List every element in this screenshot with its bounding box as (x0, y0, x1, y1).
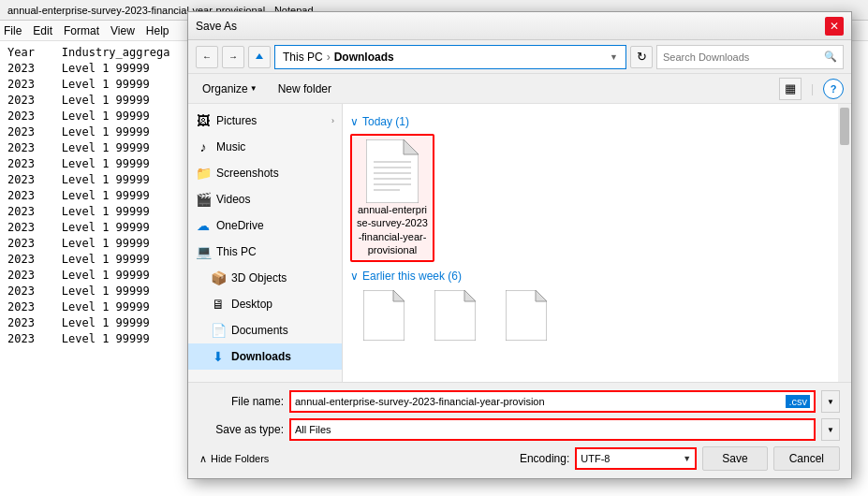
menu-help[interactable]: Help (146, 24, 169, 37)
filename-label: File name: (199, 395, 284, 408)
dialog-close-button[interactable]: ✕ (825, 17, 844, 36)
menu-view[interactable]: View (110, 24, 135, 37)
nav-item-downloads[interactable]: ⬇ Downloads (188, 343, 342, 370)
savetype-value: All Files (295, 424, 810, 435)
desktop-icon: 🖥 (211, 297, 226, 312)
encoding-value: UTF-8 (581, 453, 610, 464)
new-folder-button[interactable]: New folder (272, 78, 338, 100)
menu-edit[interactable]: Edit (33, 24, 52, 37)
file-item-earlier-3[interactable] (493, 288, 560, 343)
nav-item-onedrive[interactable]: ☁ OneDrive (188, 212, 342, 239)
files-scrollbar[interactable] (838, 104, 851, 382)
search-input[interactable] (663, 51, 820, 63)
dialog-title: Save As (196, 20, 237, 33)
dialog-main: 🖼 Pictures › ♪ Music 📁 Screenshots 🎬 Vid… (188, 104, 851, 382)
hide-folders-arrow-icon: ∧ (199, 453, 207, 465)
nav-item-thispc[interactable]: 💻 This PC (188, 239, 342, 265)
file-icon-earlier-1 (363, 290, 405, 341)
filename-dropdown-button[interactable]: ▼ (821, 390, 840, 413)
view-toggle-button[interactable]: ▦ (779, 78, 802, 100)
earlier-chevron-icon: ∨ (350, 270, 359, 283)
cancel-button[interactable]: Cancel (773, 446, 840, 471)
nav-label-thispc: This PC (216, 245, 257, 258)
svg-marker-14 (536, 290, 547, 301)
savetype-select[interactable]: All Files (289, 418, 816, 441)
file-icon-today (366, 139, 419, 203)
dialog-titlebar: Save As ✕ (188, 12, 851, 40)
organize-button[interactable]: Organize ▼ (196, 78, 264, 100)
refresh-button[interactable]: ↻ (630, 46, 653, 68)
screenshots-icon: 📁 (196, 166, 211, 181)
savetype-label: Save as type: (199, 423, 284, 436)
nav-forward-button[interactable]: → (222, 46, 244, 68)
nav-label-downloads: Downloads (231, 350, 291, 363)
today-group-header: ∨ Today (1) (350, 115, 836, 128)
nav-label-onedrive: OneDrive (216, 219, 264, 232)
documents-icon: 📄 (211, 323, 226, 338)
svg-marker-10 (393, 290, 405, 301)
nav-back-button[interactable]: ← (196, 46, 218, 68)
encoding-section: Encoding: UTF-8 ▼ Save Cancel (520, 446, 840, 471)
nav-label-pictures: Pictures (216, 114, 257, 127)
dialog-bottom: File name: annual-enterprise-survey-2023… (188, 382, 851, 478)
music-icon: ♪ (196, 139, 211, 154)
today-files: annual-enterprise-survey-2023-financial-… (350, 134, 836, 262)
nav-up-button[interactable] (248, 46, 271, 68)
encoding-select[interactable]: UTF-8 ▼ (575, 447, 697, 470)
dialog-addressbar: ← → This PC › Downloads ▼ ↻ 🔍 (188, 40, 851, 74)
search-bar[interactable]: 🔍 (656, 45, 844, 69)
earlier-label: Earlier this week (6) (362, 270, 462, 283)
file-icon-earlier-2 (434, 290, 476, 341)
nav-label-desktop: Desktop (231, 298, 272, 311)
menu-file[interactable]: File (4, 24, 22, 37)
nav-item-music[interactable]: ♪ Music (188, 134, 342, 160)
dialog-files-pane: ∨ Today (1) (343, 104, 851, 382)
nav-item-documents[interactable]: 📄 Documents (188, 317, 342, 343)
svg-marker-0 (256, 53, 263, 59)
address-arrow: › (327, 51, 331, 64)
nav-label-videos: Videos (216, 193, 250, 206)
nav-item-videos[interactable]: 🎬 Videos (188, 186, 342, 212)
nav-label-music: Music (216, 140, 245, 153)
hide-folders-label: Hide Folders (211, 453, 269, 464)
3dobjects-icon: 📦 (211, 270, 226, 285)
save-button[interactable]: Save (702, 446, 767, 471)
search-icon: 🔍 (824, 51, 837, 63)
menu-format[interactable]: Format (64, 24, 99, 37)
thispc-icon: 💻 (196, 244, 211, 259)
help-button[interactable]: ? (823, 79, 844, 99)
expand-icon: › (331, 116, 334, 125)
svg-marker-2 (404, 139, 419, 154)
address-this-pc: This PC (283, 51, 323, 64)
filename-input-text: annual-enterprise-survey-2023-financial-… (295, 396, 786, 407)
organize-label: Organize (202, 82, 248, 95)
pictures-icon: 🖼 (196, 113, 211, 128)
filename-row: File name: annual-enterprise-survey-2023… (199, 390, 840, 413)
file-item-earlier-1[interactable] (350, 288, 418, 343)
encoding-row: ∧ Hide Folders Encoding: UTF-8 ▼ Save Ca… (199, 446, 840, 471)
nav-label-screenshots: Screenshots (216, 167, 279, 180)
savetype-dropdown-button[interactable]: ▼ (821, 418, 840, 441)
videos-icon: 🎬 (196, 192, 211, 207)
filename-input-wrapper[interactable]: annual-enterprise-survey-2023-financial-… (289, 390, 816, 413)
earlier-group-header: ∨ Earlier this week (6) (350, 270, 836, 283)
nav-label-3dobjects: 3D Objects (231, 271, 287, 284)
encoding-dropdown-icon: ▼ (683, 454, 691, 463)
nav-item-screenshots[interactable]: 📁 Screenshots (188, 160, 342, 186)
svg-marker-12 (464, 290, 476, 301)
address-bar[interactable]: This PC › Downloads ▼ (274, 45, 626, 69)
onedrive-icon: ☁ (196, 218, 211, 233)
file-item-earlier-2[interactable] (421, 288, 489, 343)
dialog-nav-pane: 🖼 Pictures › ♪ Music 📁 Screenshots 🎬 Vid… (188, 104, 343, 382)
address-dropdown-icon[interactable]: ▼ (610, 52, 618, 62)
file-name-today: annual-enterprise-survey-2023-financial-… (356, 203, 429, 256)
nav-item-desktop[interactable]: 🖥 Desktop (188, 291, 342, 317)
filename-extension: .csv (786, 395, 810, 408)
nav-item-3dobjects[interactable]: 📦 3D Objects (188, 265, 342, 291)
hide-folders-button[interactable]: ∧ Hide Folders (199, 453, 269, 465)
save-as-dialog: Save As ✕ ← → This PC › Downloads ▼ ↻ 🔍 … (187, 11, 852, 479)
file-item-today[interactable]: annual-enterprise-survey-2023-financial-… (350, 134, 434, 262)
scroll-thumb[interactable] (840, 108, 849, 145)
nav-item-pictures[interactable]: 🖼 Pictures › (188, 108, 342, 134)
nav-label-documents: Documents (231, 324, 288, 337)
